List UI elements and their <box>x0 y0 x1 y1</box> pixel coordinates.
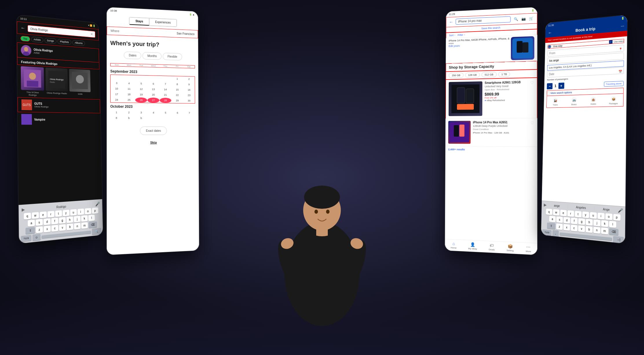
airbnb-tab-flexible[interactable]: Flexible <box>163 53 182 61</box>
key-o[interactable]: o <box>85 208 91 215</box>
amtrak-key-o[interactable]: o <box>605 213 612 220</box>
ebay-product-row-2[interactable]: iPhone 14 Pro Max A2651 128GB Deep Purpl… <box>445 118 537 147</box>
ebay-chip-512[interactable]: 512 GB <box>482 72 497 77</box>
spotify-clear-icon[interactable]: ✕ <box>90 32 93 36</box>
ebay-search-icon[interactable]: 🔍 <box>513 16 519 22</box>
key-b[interactable]: b <box>67 224 73 230</box>
ebay-nav-myebay[interactable]: 👤 My eBay <box>468 242 477 250</box>
amtrak-oneway-radio[interactable] <box>548 45 551 48</box>
key-h[interactable]: h <box>66 216 73 223</box>
key-x[interactable]: x <box>44 226 51 233</box>
ebay-nav-home[interactable]: ⌂ Home <box>451 241 457 249</box>
amtrak-decrement-button[interactable]: − <box>547 83 552 89</box>
amtrak-key-x[interactable]: x <box>564 224 570 231</box>
amtrak-key-a[interactable]: a <box>549 216 556 222</box>
amtrak-key-r[interactable]: r <box>567 210 574 217</box>
amtrak-key-f[interactable]: f <box>571 217 577 224</box>
amtrak-key-w[interactable]: w <box>553 209 559 216</box>
spotify-tab-artists[interactable]: Artists <box>31 36 43 43</box>
ebay-wishlist-1[interactable]: ♡ <box>530 80 534 85</box>
amtrak-key-q[interactable]: q <box>546 208 552 215</box>
spotify-playlist-item-2[interactable]: Olivia Rodrigo Radio Olivia Rodrigo Radi… <box>45 67 68 97</box>
key-backspace[interactable]: ⌫ <box>89 221 97 228</box>
ebay-chip-1tb[interactable]: 1 TB <box>498 72 510 77</box>
amtrak-key-i[interactable]: i <box>597 213 604 219</box>
key-l[interactable]: l <box>88 215 95 221</box>
amtrak-back-button[interactable]: ← <box>548 30 552 35</box>
key-f[interactable]: f <box>51 218 58 225</box>
spotify-tab-top[interactable]: Top <box>21 36 30 42</box>
amtrak-key-123[interactable]: ?123 <box>542 229 552 236</box>
key-z[interactable]: z <box>36 226 43 233</box>
key-j[interactable]: j <box>74 216 80 222</box>
ebay-filter[interactable]: Filter ↑ <box>458 33 465 36</box>
amtrak-key-shift[interactable]: ⇧ <box>547 222 556 229</box>
key-a[interactable]: a <box>28 220 35 227</box>
spotify-tab-albums[interactable]: Albums <box>72 40 85 46</box>
key-s[interactable]: s <box>36 219 43 226</box>
amtrak-key-y[interactable]: y <box>582 211 589 218</box>
key-e[interactable]: e <box>40 211 47 218</box>
amtrak-key-ange[interactable]: ange <box>554 204 560 208</box>
ebay-back-button[interactable]: ← <box>449 19 453 25</box>
amtrak-key-mic[interactable]: 🎤 <box>618 208 623 213</box>
amtrak-more-checkbox[interactable]: ✓ <box>547 92 550 95</box>
key-m[interactable]: m <box>81 222 88 229</box>
key-t[interactable]: t <box>55 210 62 217</box>
amtrak-key-h[interactable]: h <box>586 219 593 226</box>
amtrak-increment-button[interactable]: + <box>558 83 564 89</box>
amtrak-key-n[interactable]: n <box>593 227 600 234</box>
amtrak-key-l[interactable]: l <box>609 221 616 228</box>
ebay-camera-icon[interactable]: 📷 <box>521 16 526 22</box>
ebay-nav-deals[interactable]: 🏷 Deals <box>489 243 495 251</box>
amtrak-option-packages[interactable]: 📦 Packages <box>604 96 623 105</box>
key-r[interactable]: r <box>47 211 54 218</box>
amtrak-option-hotels[interactable]: 🏨 Hotels <box>584 96 603 105</box>
key-c[interactable]: c <box>51 225 58 232</box>
amtrak-key-backspace[interactable]: ⌫ <box>609 228 619 235</box>
amtrak-key-g[interactable]: g <box>578 218 585 225</box>
amtrak-key-ange2[interactable]: Ange <box>603 207 610 211</box>
amtrak-header-icon-1[interactable]: ⋯ <box>621 24 624 28</box>
ebay-wishlist-2[interactable]: ♡ <box>530 120 534 125</box>
amtrak-key-z[interactable]: z <box>556 223 563 230</box>
spotify-back-button[interactable]: ← <box>21 25 25 31</box>
airbnb-tab-months[interactable]: Months <box>142 52 162 60</box>
amtrak-key-angeles[interactable]: Angeles <box>576 206 586 210</box>
amtrak-traveling-alone[interactable]: Traveling alone <box>604 81 624 87</box>
ebay-sort[interactable]: Sort ↑ <box>449 34 455 37</box>
ebay-search-input[interactable]: iPhone 14 pro max <box>456 16 511 25</box>
key-q[interactable]: q <box>24 213 31 219</box>
key-search[interactable]: 🔍 <box>92 228 101 235</box>
key-shift[interactable]: ⇧ <box>25 227 35 234</box>
keyboard-mic-icon[interactable]: 🎤 <box>95 202 100 206</box>
amtrak-key-u[interactable]: u <box>590 212 597 219</box>
airbnb-exact-dates-button[interactable]: Exact dates <box>140 127 167 135</box>
amtrak-use-miles-checkbox[interactable]: ✓ <box>609 40 612 44</box>
spotify-playlist-item-3[interactable]: soda <box>69 69 91 98</box>
amtrak-key-comma[interactable]: , <box>552 230 559 237</box>
amtrak-option-trains[interactable]: 🚂 Trains <box>547 98 564 106</box>
airbnb-skip[interactable]: Skip <box>107 138 199 147</box>
key-w[interactable]: w <box>32 212 39 219</box>
spotify-playlist-item-1[interactable]: This N'OliveRodrigo <box>21 66 44 97</box>
key-k[interactable]: k <box>81 215 88 222</box>
amtrak-key-forward[interactable]: →| <box>613 236 624 244</box>
amtrak-key-k[interactable]: k <box>601 220 608 227</box>
amtrak-key-t[interactable]: t <box>575 211 581 217</box>
spotify-tab-playlists[interactable]: Playlists <box>58 39 72 45</box>
ebay-product-row-1[interactable]: Smartphone A2661 128GB Unlocked Very Goo… <box>446 78 537 119</box>
key-123[interactable]: ?123 <box>21 235 32 242</box>
spotify-album-guts[interactable]: GUTS GUTS Olivia Rodrigo <box>18 97 100 114</box>
airbnb-tab-experiences[interactable]: Experiences <box>149 18 177 27</box>
key-d[interactable]: d <box>43 218 50 225</box>
ebay-chip-128[interactable]: 128 GB <box>465 72 480 78</box>
amtrak-key-prev[interactable]: ▶ <box>544 202 547 207</box>
key-i[interactable]: i <box>77 208 84 215</box>
ebay-more-results[interactable]: 2,400+ results <box>445 146 537 153</box>
amtrak-key-m[interactable]: m <box>601 227 608 234</box>
amtrak-key-e[interactable]: e <box>560 210 567 216</box>
key-p[interactable]: p <box>92 207 98 214</box>
key-g[interactable]: g <box>59 217 65 224</box>
key-u[interactable]: u <box>70 209 77 216</box>
